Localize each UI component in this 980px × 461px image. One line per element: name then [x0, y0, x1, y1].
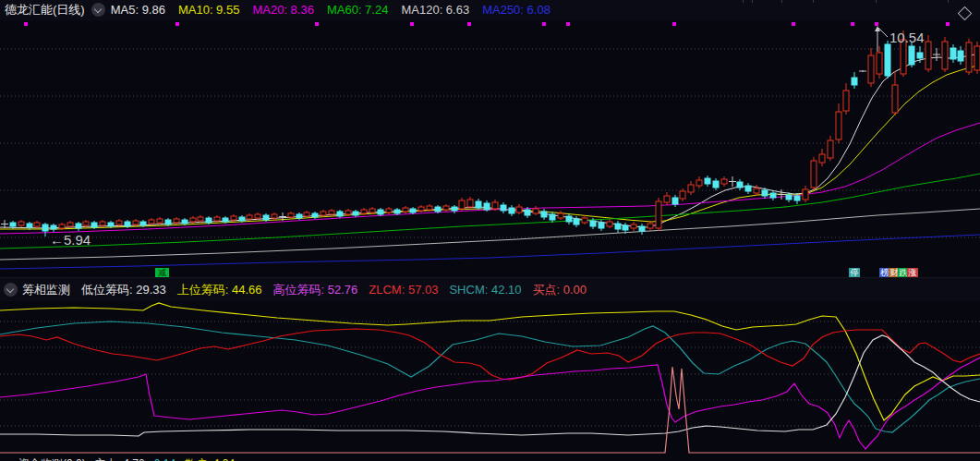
candle-up	[966, 42, 972, 72]
event-dot	[542, 22, 546, 26]
candle-up	[721, 179, 727, 184]
high-price-label: 10.54	[889, 30, 925, 45]
trading-app-window: 德龙汇能(日线)MA5: 9.86MA10: 9.55MA20: 8.36MA6…	[0, 0, 980, 461]
candle-up	[418, 207, 424, 211]
ma-item-ma10: MA10: 9.55	[178, 3, 240, 17]
event-dot	[672, 22, 676, 26]
ma-line-MA20	[0, 123, 980, 234]
candle-up	[361, 210, 367, 213]
candle-up	[34, 223, 40, 226]
candle-up	[926, 42, 931, 69]
candle-up	[974, 46, 980, 70]
candle-up	[403, 208, 408, 212]
candle-up	[877, 53, 882, 74]
candle-down	[337, 212, 343, 216]
panel3-segment-3: 散户: 4.04	[185, 457, 235, 461]
candle-down	[770, 193, 776, 198]
event-dot	[315, 22, 319, 26]
candle-down	[786, 195, 792, 200]
candle-down	[410, 209, 416, 212]
candle-up	[892, 85, 898, 113]
candle-down	[165, 220, 171, 224]
candle-down	[509, 208, 514, 213]
candle-down	[745, 186, 751, 191]
ma-item-ma20: MA20: 8.36	[252, 3, 314, 17]
candle-down	[599, 223, 604, 228]
event-dot	[875, 22, 878, 26]
event-dot	[946, 22, 950, 26]
candle-down	[378, 210, 383, 214]
candle-up	[214, 217, 220, 221]
candle-down	[762, 190, 768, 196]
candle-up	[811, 161, 817, 188]
candle-down	[623, 225, 628, 230]
top-tick	[752, 0, 753, 3]
ma-line-MA250	[0, 235, 980, 269]
candle-down	[713, 181, 719, 188]
candle-down	[574, 219, 579, 224]
candle-up	[247, 215, 252, 219]
ma-item-ma5: MA5: 9.86	[111, 3, 165, 17]
event-dot	[566, 22, 570, 26]
candle-up	[942, 42, 948, 69]
candle-up	[754, 188, 759, 193]
panel3-segment-2: 0.14	[154, 457, 175, 461]
candle-down	[206, 218, 212, 223]
candle-up	[386, 209, 392, 212]
candle-down	[140, 222, 146, 225]
candle-down	[125, 222, 130, 226]
indicator-title: 筹相监测	[22, 283, 70, 297]
candle-up	[321, 212, 326, 215]
ma-item-ma120: MA120: 6.63	[401, 3, 469, 17]
main-chart-canvas[interactable]: 10.54←5.94	[0, 20, 980, 277]
panel3-clipped-header: 资金监测(0.0)主力: 4.700.14散户: 4.04	[0, 454, 980, 461]
candle-up	[83, 222, 89, 225]
candle-up	[558, 213, 563, 218]
candle-up	[459, 200, 465, 209]
diamond-marker-icon	[958, 6, 973, 21]
collapse-main-chevron-icon[interactable]	[91, 3, 105, 17]
candle-down	[550, 214, 555, 220]
title-bar: 德龙汇能(日线)MA5: 9.86MA10: 9.55MA20: 8.36MA6…	[0, 0, 980, 20]
candle-down	[615, 224, 621, 229]
candle-up	[631, 224, 636, 228]
candle-down	[394, 210, 400, 213]
candle-down	[917, 53, 923, 58]
panel3-segment-0: 资金监测(0.0)	[18, 457, 86, 461]
candle-up	[18, 222, 24, 225]
indicator-chart-canvas[interactable]	[0, 300, 980, 455]
ma-line-MA60	[0, 174, 980, 249]
candle-up	[656, 201, 661, 228]
candle-up	[688, 185, 694, 192]
candle-down	[484, 203, 490, 210]
top-tick	[876, 0, 877, 3]
ma-legend: MA5: 9.86MA10: 9.55MA20: 8.36MA60: 7.24M…	[111, 3, 563, 17]
event-dot	[851, 22, 854, 26]
candle-up	[157, 219, 163, 223]
candle-down	[541, 212, 547, 217]
candle-down	[737, 182, 743, 188]
candle-up	[680, 191, 685, 199]
candle-up	[696, 180, 702, 186]
candle-up	[647, 224, 653, 228]
ma-line-MA120	[0, 209, 980, 260]
series-SHCM	[0, 321, 980, 432]
candle-down	[296, 214, 302, 218]
event-dot	[175, 22, 179, 26]
candle-down	[76, 224, 81, 228]
indicator-legend: 低位筹码: 29.33上位筹码: 44.66高位筹码: 52.76ZLCM: 5…	[81, 283, 598, 297]
stock-title: 德龙汇能(日线)	[5, 3, 85, 17]
top-tick	[948, 0, 949, 3]
candle-up	[664, 196, 670, 202]
event-dot	[792, 22, 795, 26]
candle-down	[476, 201, 481, 208]
candle-up	[836, 112, 841, 140]
candle-down	[452, 207, 457, 211]
high-pointer-connector	[878, 28, 888, 37]
indicator-panel-header: 筹相监测低位筹码: 29.33上位筹码: 44.66高位筹码: 52.76ZLC…	[0, 277, 980, 301]
candle-down	[885, 44, 890, 76]
candle-down	[590, 221, 596, 226]
candle-up	[467, 200, 473, 207]
candle-up	[100, 222, 105, 225]
collapse-indicator-chevron-icon[interactable]	[4, 283, 18, 297]
